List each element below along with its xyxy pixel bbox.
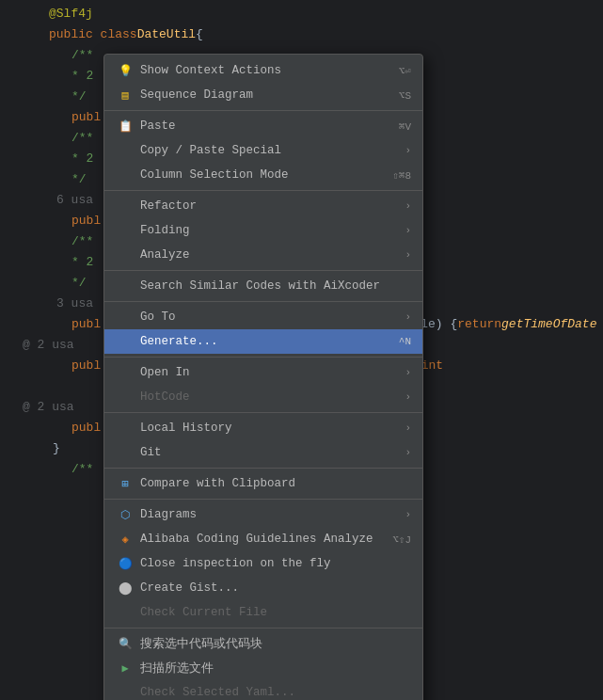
lightbulb-icon: 💡 [116,61,135,80]
divider-4 [104,301,422,302]
check-current-file-icon [116,603,135,622]
hotcode-item[interactable]: HotCode › [104,385,422,409]
sequence-diagram-label: Sequence Diagram [140,88,384,102]
check-current-file-label: Check Current File [140,606,411,619]
refactor-item[interactable]: Refactor › [104,194,422,218]
analyze-arrow: › [405,249,411,261]
create-gist-item[interactable]: ⬤ Create Gist... [104,576,422,600]
divider-7 [104,468,422,469]
divider-8 [104,499,422,500]
folding-arrow: › [405,225,411,236]
search-similar-label: Search Similar Codes with AiXcoder [140,279,411,293]
open-in-item[interactable]: Open In › [104,360,422,385]
divider-3 [104,270,422,271]
compare-clipboard-item[interactable]: ⊞ Compare with Clipboard [104,471,422,496]
sequence-diagram-item[interactable]: ▤ Sequence Diagram ⌥S [104,83,422,107]
alibaba-icon: ◈ [116,530,135,549]
check-yaml-item[interactable]: Check Selected Yaml... [104,680,422,700]
copy-paste-label: Copy / Paste Special [140,144,397,157]
git-label: Git [140,446,397,459]
column-selection-label: Column Selection Mode [140,168,377,182]
git-icon [116,443,135,462]
search-cn-item[interactable]: 🔍 搜索选中代码或代码块 [104,631,422,656]
github-icon: ⬤ [116,579,135,597]
folding-icon [116,221,135,240]
divider-9 [104,628,422,628]
alibaba-shortcut: ⌥⇧J [392,533,411,546]
generate-shortcut: ^N [399,336,411,347]
paste-label: Paste [140,119,384,133]
paste-item[interactable]: 📋 Paste ⌘V [104,114,422,138]
git-item[interactable]: Git › [104,440,422,465]
copy-paste-arrow: › [405,145,411,156]
hotcode-icon [116,388,135,406]
local-history-arrow: › [405,422,411,434]
diagrams-icon: ⬡ [116,505,135,524]
open-in-arrow: › [405,367,411,378]
analyze-label: Analyze [140,248,397,262]
hotcode-arrow: › [405,391,411,403]
compare-clipboard-label: Compare with Clipboard [140,477,411,490]
alibaba-label: Alibaba Coding Guidelines Analyze [140,533,377,546]
generate-item[interactable]: Generate... ^N [104,329,422,354]
show-context-actions-label: Show Context Actions [140,64,384,77]
scan-file-icon: ▶ [116,659,135,677]
close-inspection-icon: 🔵 [116,554,135,573]
analyze-item[interactable]: Analyze › [104,243,422,267]
diagrams-arrow: › [405,509,411,520]
close-inspection-label: Close inspection on the fly [140,557,411,570]
divider-1 [104,110,422,111]
close-inspection-item[interactable]: 🔵 Close inspection on the fly [104,551,422,576]
divider-2 [104,190,422,191]
diagrams-item[interactable]: ⬡ Diagrams › [104,502,422,527]
divider-6 [104,412,422,413]
generate-icon [116,332,135,351]
refactor-icon [116,197,135,215]
column-selection-item[interactable]: Column Selection Mode ⇧⌘8 [104,163,422,187]
alibaba-item[interactable]: ◈ Alibaba Coding Guidelines Analyze ⌥⇧J [104,527,422,551]
copy-paste-special-item[interactable]: Copy / Paste Special › [104,138,422,163]
go-to-label: Go To [140,310,397,324]
local-history-icon [116,419,135,438]
create-gist-label: Create Gist... [140,581,411,595]
divider-5 [104,357,422,358]
analyze-icon [116,246,135,264]
paste-shortcut: ⌘V [399,120,411,133]
show-context-actions-shortcut: ⌥⏎ [399,65,411,77]
check-yaml-label: Check Selected Yaml... [140,686,411,699]
refactor-arrow: › [405,200,411,212]
go-to-icon [116,308,135,326]
refactor-label: Refactor [140,199,397,213]
go-to-item[interactable]: Go To › [104,305,422,329]
search-cn-icon: 🔍 [116,634,135,653]
hotcode-label: HotCode [140,390,397,404]
check-yaml-icon [116,683,135,700]
generate-label: Generate... [140,335,384,348]
sequence-diagram-shortcut: ⌥S [399,89,411,102]
search-cn-label: 搜索选中代码或代码块 [140,636,411,652]
context-menu: 💡 Show Context Actions ⌥⏎ ▤ Sequence Dia… [103,54,423,700]
open-in-label: Open In [140,366,397,379]
search-similar-icon [116,277,135,295]
check-current-file-item[interactable]: Check Current File [104,600,422,625]
show-context-actions-item[interactable]: 💡 Show Context Actions ⌥⏎ [104,58,422,83]
scan-file-label: 扫描所选文件 [140,660,411,676]
scan-file-item[interactable]: ▶ 扫描所选文件 [104,656,422,680]
compare-clipboard-icon: ⊞ [116,474,135,493]
copy-paste-icon [116,141,135,160]
folding-item[interactable]: Folding › [104,218,422,243]
column-selection-shortcut: ⇧⌘8 [392,169,411,182]
diagrams-label: Diagrams [140,508,397,521]
folding-label: Folding [140,224,397,237]
sequence-diagram-icon: ▤ [116,86,135,104]
local-history-item[interactable]: Local History › [104,416,422,440]
search-similar-item[interactable]: Search Similar Codes with AiXcoder [104,274,422,298]
open-in-icon [116,363,135,382]
git-arrow: › [405,447,411,458]
go-to-arrow: › [405,311,411,323]
local-history-label: Local History [140,422,397,435]
column-selection-icon [116,166,135,184]
paste-icon: 📋 [116,117,135,135]
